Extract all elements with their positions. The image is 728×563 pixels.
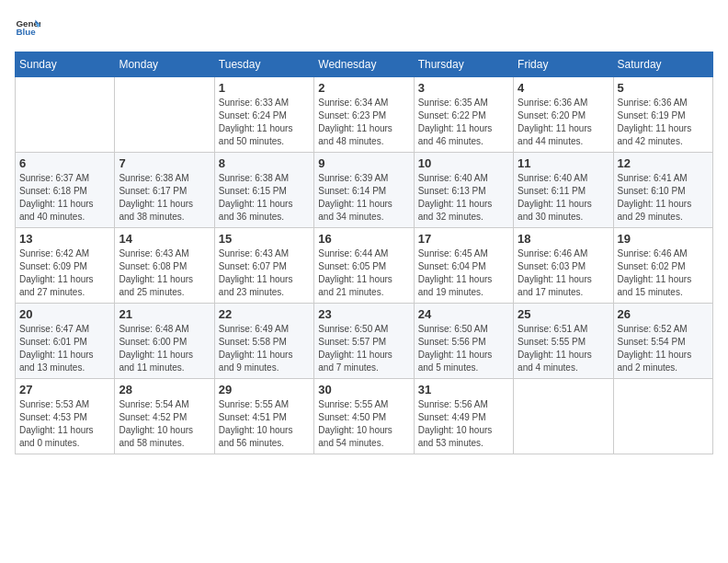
day-number: 8 [219,156,310,170]
day-number: 11 [518,156,609,170]
calendar-cell: 10Sunrise: 6:40 AM Sunset: 6:13 PM Dayli… [414,153,513,228]
day-number: 12 [618,156,709,170]
calendar-cell: 17Sunrise: 6:45 AM Sunset: 6:04 PM Dayli… [414,228,513,304]
col-header-monday: Monday [115,52,214,77]
day-info: Sunrise: 6:50 AM Sunset: 5:56 PM Dayligh… [418,323,509,374]
calendar-cell: 11Sunrise: 6:40 AM Sunset: 6:11 PM Dayli… [514,153,613,228]
week-row-4: 27Sunrise: 5:53 AM Sunset: 4:53 PM Dayli… [16,379,713,454]
day-number: 29 [219,383,310,396]
day-info: Sunrise: 5:54 AM Sunset: 4:52 PM Dayligh… [119,398,210,450]
day-number: 22 [219,307,310,321]
week-row-3: 20Sunrise: 6:47 AM Sunset: 6:01 PM Dayli… [16,304,713,379]
calendar-cell: 27Sunrise: 5:53 AM Sunset: 4:53 PM Dayli… [16,379,115,454]
day-info: Sunrise: 6:38 AM Sunset: 6:15 PM Dayligh… [219,172,310,224]
day-info: Sunrise: 6:43 AM Sunset: 6:07 PM Dayligh… [219,247,310,299]
calendar-cell: 22Sunrise: 6:49 AM Sunset: 5:58 PM Dayli… [214,304,313,379]
calendar-header-row: SundayMondayTuesdayWednesdayThursdayFrid… [16,52,713,77]
day-number: 23 [318,307,409,321]
col-header-friday: Friday [514,52,613,77]
day-number: 16 [318,232,409,246]
week-row-2: 13Sunrise: 6:42 AM Sunset: 6:09 PM Dayli… [16,228,713,304]
calendar-cell: 4Sunrise: 6:36 AM Sunset: 6:20 PM Daylig… [514,77,613,153]
calendar-cell: 23Sunrise: 6:50 AM Sunset: 5:57 PM Dayli… [314,304,414,379]
calendar-cell: 21Sunrise: 6:48 AM Sunset: 6:00 PM Dayli… [115,304,214,379]
day-number: 4 [518,81,609,95]
svg-text:Blue: Blue [16,27,36,37]
calendar-cell: 8Sunrise: 6:38 AM Sunset: 6:15 PM Daylig… [214,153,313,228]
calendar-cell: 18Sunrise: 6:46 AM Sunset: 6:03 PM Dayli… [514,228,613,304]
day-info: Sunrise: 6:46 AM Sunset: 6:02 PM Dayligh… [618,247,709,299]
calendar-cell: 20Sunrise: 6:47 AM Sunset: 6:01 PM Dayli… [16,304,115,379]
calendar-cell: 7Sunrise: 6:38 AM Sunset: 6:17 PM Daylig… [115,153,214,228]
day-number: 13 [19,232,110,246]
day-number: 3 [418,81,509,95]
day-info: Sunrise: 5:53 AM Sunset: 4:53 PM Dayligh… [19,398,110,450]
col-header-thursday: Thursday [414,52,513,77]
day-info: Sunrise: 6:36 AM Sunset: 6:20 PM Dayligh… [518,97,609,148]
day-info: Sunrise: 6:43 AM Sunset: 6:08 PM Dayligh… [119,247,210,299]
day-info: Sunrise: 5:55 AM Sunset: 4:51 PM Dayligh… [219,398,310,450]
calendar-cell [16,77,115,153]
logo: General Blue [15,15,40,40]
day-info: Sunrise: 6:40 AM Sunset: 6:11 PM Dayligh… [518,172,609,224]
calendar-cell: 14Sunrise: 6:43 AM Sunset: 6:08 PM Dayli… [115,228,214,304]
day-number: 2 [318,81,409,95]
day-info: Sunrise: 6:50 AM Sunset: 5:57 PM Dayligh… [318,323,409,374]
day-number: 9 [318,156,409,170]
day-number: 15 [219,232,310,246]
day-info: Sunrise: 6:37 AM Sunset: 6:18 PM Dayligh… [19,172,110,224]
day-number: 5 [618,81,709,95]
calendar-cell: 16Sunrise: 6:44 AM Sunset: 6:05 PM Dayli… [314,228,414,304]
calendar-cell: 3Sunrise: 6:35 AM Sunset: 6:22 PM Daylig… [414,77,513,153]
calendar-cell: 9Sunrise: 6:39 AM Sunset: 6:14 PM Daylig… [314,153,414,228]
col-header-sunday: Sunday [16,52,115,77]
day-info: Sunrise: 6:47 AM Sunset: 6:01 PM Dayligh… [19,323,110,374]
col-header-wednesday: Wednesday [314,52,414,77]
col-header-tuesday: Tuesday [214,52,313,77]
calendar-cell: 28Sunrise: 5:54 AM Sunset: 4:52 PM Dayli… [115,379,214,454]
calendar-cell: 2Sunrise: 6:34 AM Sunset: 6:23 PM Daylig… [314,77,414,153]
day-number: 14 [119,232,210,246]
day-info: Sunrise: 6:49 AM Sunset: 5:58 PM Dayligh… [219,323,310,374]
day-number: 28 [119,383,210,396]
calendar-cell [613,379,712,454]
day-info: Sunrise: 6:39 AM Sunset: 6:14 PM Dayligh… [318,172,409,224]
day-number: 1 [219,81,310,95]
calendar-cell: 5Sunrise: 6:36 AM Sunset: 6:19 PM Daylig… [613,77,712,153]
week-row-1: 6Sunrise: 6:37 AM Sunset: 6:18 PM Daylig… [16,153,713,228]
day-number: 20 [19,307,110,321]
day-info: Sunrise: 6:45 AM Sunset: 6:04 PM Dayligh… [418,247,509,299]
calendar-body: 1Sunrise: 6:33 AM Sunset: 6:24 PM Daylig… [16,77,713,454]
calendar-cell: 12Sunrise: 6:41 AM Sunset: 6:10 PM Dayli… [613,153,712,228]
day-info: Sunrise: 5:55 AM Sunset: 4:50 PM Dayligh… [318,398,409,450]
header: General Blue [15,15,713,40]
day-info: Sunrise: 6:42 AM Sunset: 6:09 PM Dayligh… [19,247,110,299]
calendar-cell: 29Sunrise: 5:55 AM Sunset: 4:51 PM Dayli… [214,379,313,454]
day-info: Sunrise: 6:36 AM Sunset: 6:19 PM Dayligh… [618,97,709,148]
day-number: 7 [119,156,210,170]
calendar-cell: 24Sunrise: 6:50 AM Sunset: 5:56 PM Dayli… [414,304,513,379]
calendar-cell: 25Sunrise: 6:51 AM Sunset: 5:55 PM Dayli… [514,304,613,379]
day-info: Sunrise: 6:48 AM Sunset: 6:00 PM Dayligh… [119,323,210,374]
calendar-cell: 26Sunrise: 6:52 AM Sunset: 5:54 PM Dayli… [613,304,712,379]
day-info: Sunrise: 6:35 AM Sunset: 6:22 PM Dayligh… [418,97,509,148]
calendar-cell: 31Sunrise: 5:56 AM Sunset: 4:49 PM Dayli… [414,379,513,454]
calendar-cell [514,379,613,454]
day-number: 21 [119,307,210,321]
week-row-0: 1Sunrise: 6:33 AM Sunset: 6:24 PM Daylig… [16,77,713,153]
day-number: 25 [518,307,609,321]
day-info: Sunrise: 6:33 AM Sunset: 6:24 PM Dayligh… [219,97,310,148]
calendar-cell [115,77,214,153]
day-info: Sunrise: 6:46 AM Sunset: 6:03 PM Dayligh… [518,247,609,299]
calendar-table: SundayMondayTuesdayWednesdayThursdayFrid… [15,52,713,454]
day-number: 30 [318,383,409,396]
day-info: Sunrise: 6:52 AM Sunset: 5:54 PM Dayligh… [618,323,709,374]
calendar-cell: 6Sunrise: 6:37 AM Sunset: 6:18 PM Daylig… [16,153,115,228]
day-number: 10 [418,156,509,170]
logo-icon: General Blue [15,15,40,40]
day-number: 17 [418,232,509,246]
day-number: 27 [19,383,110,396]
day-info: Sunrise: 5:56 AM Sunset: 4:49 PM Dayligh… [418,398,509,450]
calendar-cell: 13Sunrise: 6:42 AM Sunset: 6:09 PM Dayli… [16,228,115,304]
day-info: Sunrise: 6:51 AM Sunset: 5:55 PM Dayligh… [518,323,609,374]
